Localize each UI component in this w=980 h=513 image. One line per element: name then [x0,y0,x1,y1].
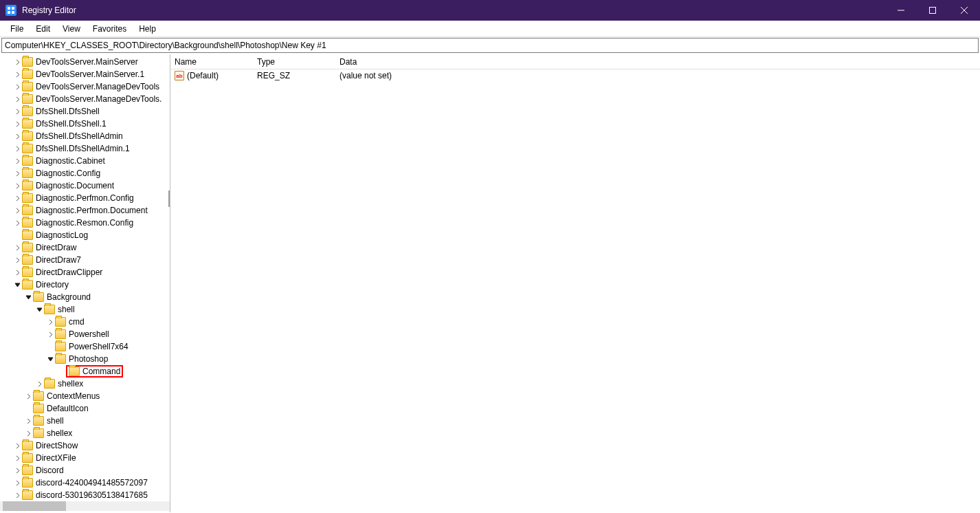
tree-item-DfsShell.DfsShellAdmin[interactable]: DfsShell.DfsShellAdmin [0,130,170,142]
folder-icon [55,342,66,351]
tree-item-contextmenus[interactable]: ContextMenus [0,390,170,402]
expand-icon[interactable] [12,218,22,228]
svg-rect-1 [12,7,14,10]
tree-item-defaulticon[interactable]: DefaultIcon [0,402,170,415]
menu-edit[interactable]: Edit [30,22,56,36]
expand-icon[interactable] [12,82,22,91]
tree-item-DirectDrawClipper[interactable]: DirectDrawClipper [0,266,170,279]
tree-item-DevToolsServer.MainServer.1[interactable]: DevToolsServer.MainServer.1 [0,68,170,80]
column-data[interactable]: Data [335,57,980,67]
tree-item-powershell[interactable]: Powershell [0,328,170,340]
tree-item-DfsShell.DfsShellAdmin.1[interactable]: DfsShell.DfsShellAdmin.1 [0,142,170,155]
expand-icon[interactable] [12,243,22,252]
tree-label: DirectXFile [36,453,76,463]
tree-item-DfsShell.DfsShell.1[interactable]: DfsShell.DfsShell.1 [0,118,170,130]
maximize-button[interactable] [917,0,948,21]
tree-label: shellex [47,428,72,438]
collapse-icon[interactable] [12,280,22,290]
expand-icon[interactable] [12,466,22,475]
expand-icon[interactable] [12,168,22,178]
expand-icon[interactable] [12,478,22,488]
tree-item-dir-shellex[interactable]: shellex [0,427,170,439]
menu-favorites[interactable]: Favorites [87,22,133,36]
tree-item-Diagnostic.Resmon.Config[interactable]: Diagnostic.Resmon.Config [0,217,170,229]
collapse-icon[interactable] [34,305,44,314]
collapse-icon[interactable] [23,292,33,302]
tree-item-command[interactable]: Command [0,365,170,378]
tree-item-bg-shellex[interactable]: shellex [0,378,170,390]
tree-item-cmd[interactable]: cmd [0,316,170,328]
expand-icon[interactable] [12,156,22,166]
tree-pane[interactable]: DevToolsServer.MainServerDevToolsServer.… [0,54,170,512]
expand-icon[interactable] [12,57,22,67]
expand-icon[interactable] [12,193,22,203]
tree-item-photoshop[interactable]: Photoshop [0,353,170,365]
address-bar[interactable]: Computer\HKEY_CLASSES_ROOT\Directory\Bac… [1,38,979,53]
scrollbar-thumb[interactable] [3,501,66,511]
tree-item-discord-424004941485572097[interactable]: discord-424004941485572097 [0,477,170,489]
expand-icon[interactable] [12,69,22,79]
expand-icon[interactable] [12,107,22,116]
values-list[interactable]: ab (Default) REG_SZ (value not set) [170,69,980,512]
folder-icon [22,144,33,153]
expand-icon[interactable] [12,181,22,190]
tree-item-DirectDraw7[interactable]: DirectDraw7 [0,254,170,266]
tree-item-Discord[interactable]: Discord [0,464,170,477]
svg-marker-8 [15,283,20,287]
column-type[interactable]: Type [253,57,335,67]
expand-icon[interactable] [12,144,22,153]
menu-help[interactable]: Help [133,22,162,36]
menu-file[interactable]: File [4,22,30,36]
folder-icon [22,441,33,450]
expand-icon[interactable] [12,441,22,450]
expand-icon[interactable] [12,490,22,500]
column-name[interactable]: Name [170,57,253,67]
tree-resize-handle[interactable] [168,190,170,207]
expand-icon[interactable] [45,329,55,339]
tree-item-directory[interactable]: Directory [0,279,170,291]
expand-icon[interactable] [34,379,44,389]
expand-icon[interactable] [12,131,22,141]
tree-item-Diagnostic.Document[interactable]: Diagnostic.Document [0,179,170,192]
tree-item-shell[interactable]: shell [0,303,170,316]
expand-icon[interactable] [12,268,22,277]
tree-item-DirectShow[interactable]: DirectShow [0,439,170,452]
minimize-button[interactable] [885,0,917,21]
tree-item-DirectXFile[interactable]: DirectXFile [0,452,170,464]
expand-icon[interactable] [12,255,22,265]
expand-icon[interactable] [12,206,22,215]
folder-icon [22,82,33,91]
expand-icon[interactable] [12,94,22,104]
tree-label: DfsShell.DfsShellAdmin.1 [36,144,130,153]
tree-item-DiagnosticLog[interactable]: DiagnosticLog [0,229,170,241]
tree-horizontal-scrollbar[interactable] [0,501,170,511]
tree-item-discord-530196305138417685[interactable]: discord-530196305138417685 [0,489,170,501]
tree-item-DfsShell.DfsShell[interactable]: DfsShell.DfsShell [0,105,170,118]
tree-item-DevToolsServer.MainServer[interactable]: DevToolsServer.MainServer [0,56,170,68]
folder-icon [55,329,66,339]
folder-icon [44,305,55,314]
tree-item-Diagnostic.Perfmon.Config[interactable]: Diagnostic.Perfmon.Config [0,192,170,204]
expand-icon[interactable] [23,391,33,401]
tree-item-powershell7x64[interactable]: PowerShell7x64 [0,340,170,353]
tree-item-Diagnostic.Perfmon.Document[interactable]: Diagnostic.Perfmon.Document [0,204,170,217]
tree-item-dir-shell[interactable]: shell [0,415,170,427]
close-button[interactable] [948,0,980,21]
tree-item-DevToolsServer.ManageDevTools[interactable]: DevToolsServer.ManageDevTools [0,80,170,93]
expand-icon[interactable] [45,317,55,327]
folder-icon [22,268,33,277]
expand-icon[interactable] [12,453,22,463]
expand-icon[interactable] [23,416,33,426]
tree-label: Diagnostic.Perfmon.Config [36,193,134,203]
tree-label: DevToolsServer.MainServer.1 [36,69,144,79]
collapse-icon[interactable] [45,354,55,364]
value-row[interactable]: ab (Default) REG_SZ (value not set) [170,69,980,82]
tree-item-Diagnostic.Config[interactable]: Diagnostic.Config [0,167,170,179]
tree-item-DirectDraw[interactable]: DirectDraw [0,241,170,254]
tree-item-DevToolsServer.ManageDevTools.[interactable]: DevToolsServer.ManageDevTools. [0,93,170,105]
tree-item-Diagnostic.Cabinet[interactable]: Diagnostic.Cabinet [0,155,170,167]
tree-item-background[interactable]: Background [0,291,170,303]
expand-icon[interactable] [23,428,33,438]
expand-icon[interactable] [12,119,22,129]
menu-view[interactable]: View [56,22,87,36]
